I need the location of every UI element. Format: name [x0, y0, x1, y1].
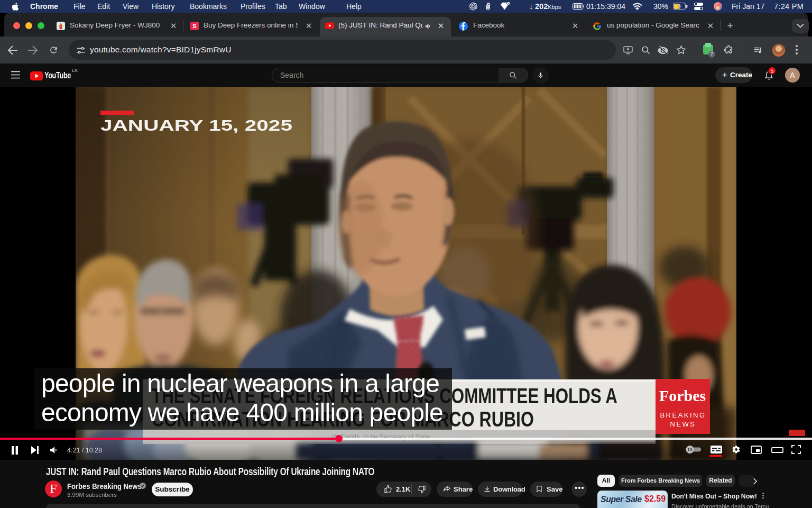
- svg-text:NEWS: NEWS: [670, 420, 696, 428]
- svg-text:S: S: [192, 23, 196, 29]
- svg-text:Forbes: Forbes: [659, 387, 706, 404]
- svg-text:JANUARY 15, 2025: JANUARY 15, 2025: [100, 116, 292, 134]
- svg-text:BREAKING: BREAKING: [660, 411, 706, 419]
